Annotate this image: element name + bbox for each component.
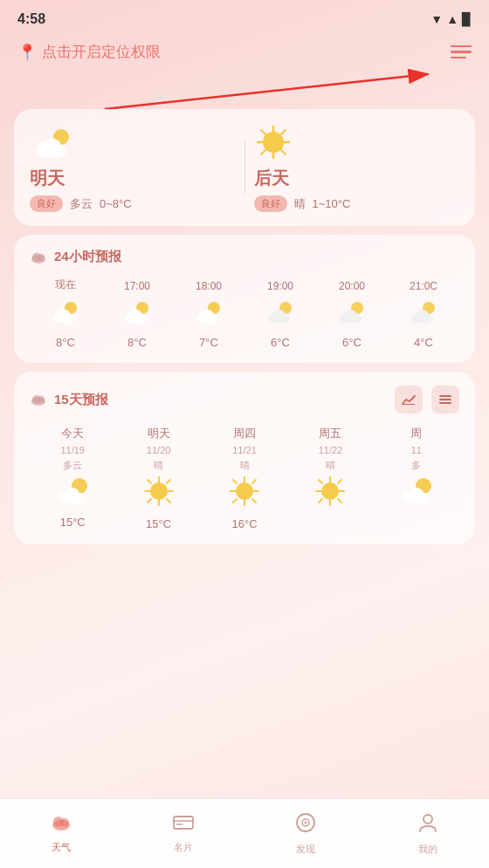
location-row[interactable]: 📍 点击开启定位权限 [17,42,161,62]
tomorrow-desc: 多云 [70,196,93,212]
svg-line-84 [319,480,322,483]
status-icons: ▼ ▲ ▉ [430,12,472,26]
svg-line-68 [167,480,170,483]
hourly-item: 19:00 6°C [244,280,316,349]
menu-line-2 [451,51,472,53]
two-day-forecast-card: 明天 良好 多云 0~8°C 后天 [14,109,475,226]
svg-point-48 [417,310,429,320]
profile-nav-icon [417,811,439,839]
day-date: 11/20 [147,445,171,455]
day-col: 明天 11/20 晴 15°C [115,426,201,530]
dayafter-weather-icon [254,123,293,161]
svg-point-33 [202,310,214,320]
discover-nav-label: 发现 [296,843,315,856]
day-weather: 多 [411,459,421,472]
svg-point-23 [59,310,71,320]
svg-point-61 [150,482,168,500]
day-name: 周 [410,426,422,441]
hourly-weather-icon [336,299,368,329]
fifteen-day-forecast-card: 15天预报 今天 11/19 多云 15°C [14,372,475,544]
hourly-time: 18:00 [196,280,222,292]
day-temp: 16°C [231,517,257,530]
hourly-temp: 8°C [127,336,147,349]
svg-point-101 [305,822,307,824]
tomorrow-temp: 0~8°C [100,197,132,210]
chart-icon [402,393,416,406]
nav-item-weather[interactable]: 天气 [50,813,72,854]
svg-point-102 [424,815,432,824]
svg-point-6 [44,139,61,153]
hourly-item: 现在 8°C [30,277,101,349]
tomorrow-label: 明天 [30,167,65,190]
weather-nav-label: 天气 [52,841,71,854]
svg-point-38 [273,310,286,320]
chart-view-button[interactable] [395,386,423,413]
status-bar: 4:58 ▼ ▲ ▉ [0,0,489,35]
fifteen-day-title-text: 15天预报 [54,392,108,408]
nav-item-profile[interactable]: 我的 [417,811,439,856]
day-weather-icon [399,475,434,509]
hourly-items-row: 现在 8°C 17:00 8°C 18:00 7°C 19:00 6°C 20:… [30,277,459,349]
weather-nav-icon [50,813,72,837]
forecast-two-day: 明天 良好 多云 0~8°C 后天 [30,123,459,212]
status-time: 4:58 [17,11,45,27]
hourly-item: 18:00 7°C [173,280,244,349]
battery-icon: ▉ [462,12,472,26]
day-weather: 多云 [63,459,82,472]
cloud-icon [30,250,47,264]
day-weather: 晴 [154,459,163,472]
menu-line-3 [451,57,466,59]
svg-line-12 [261,130,265,134]
day-name: 周四 [233,426,256,441]
hourly-temp: 7°C [199,336,218,349]
card-nav-icon [172,813,195,837]
tomorrow-quality: 良好 [30,195,63,212]
hourly-weather-icon [408,299,439,329]
svg-point-28 [130,310,142,320]
day-col: 周 11 多 [374,426,459,530]
svg-point-70 [236,482,253,500]
day-weather-icon [55,475,90,509]
tomorrow-info: 良好 多云 0~8°C [30,195,132,212]
day-date: 11/19 [60,445,85,455]
svg-line-85 [338,499,341,502]
wifi-icon: ▼ [430,12,443,26]
day-col: 周四 11/21 晴 16°C [202,426,287,530]
header: 📍 点击开启定位权限 [0,35,489,65]
list-view-button[interactable] [431,386,459,413]
hourly-item: 21:0C 4°C [388,280,459,349]
svg-point-18 [38,254,45,261]
cloud-icon-2 [30,393,47,407]
nav-item-card[interactable]: 名片 [172,813,195,854]
fifteen-day-row: 今天 11/19 多云 15°C 明天 11/20 晴 15°C 周四 11/2… [30,426,459,530]
svg-point-60 [65,488,79,500]
hourly-time: 21:0C [410,280,437,292]
nav-item-discover[interactable]: 发现 [294,811,317,856]
hourly-time: 17:00 [124,280,150,292]
day-name: 明天 [148,426,170,441]
svg-line-13 [281,150,286,154]
svg-point-92 [410,488,424,500]
day-temp: 15°C [60,516,86,529]
day-name: 周五 [319,426,341,441]
dayafter-label: 后天 [254,167,289,190]
menu-button[interactable] [451,45,472,59]
day-col: 周五 11/22 晴 [287,426,373,530]
svg-point-51 [38,396,45,403]
discover-nav-icon [294,811,317,839]
hourly-weather-icon [193,299,224,329]
signal-icon: ▲ [446,12,458,26]
tomorrow-weather-icon [30,123,77,161]
day-col: 今天 11/19 多云 15°C [30,426,115,530]
dayafter-forecast: 后天 良好 晴 1~10°C [254,123,460,212]
hourly-item: 20:00 6°C [316,280,388,349]
hourly-weather-icon [50,299,81,329]
hourly-weather-icon [265,299,296,329]
day-weather-icon [229,475,260,510]
svg-line-14 [281,130,286,134]
day-weather-icon [314,475,346,510]
day-date: 11 [411,445,422,455]
location-text: 点击开启定位权限 [42,42,161,62]
hourly-time: 19:00 [267,280,293,292]
svg-point-43 [345,310,357,320]
